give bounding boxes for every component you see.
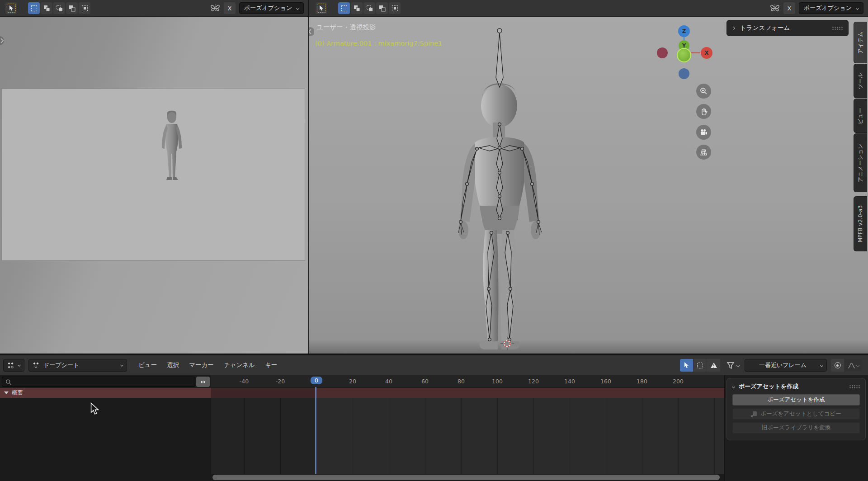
- editor-type-dropdown[interactable]: [3, 359, 24, 372]
- viewport-left-header: X ポーズオプション: [0, 0, 308, 17]
- transform-panel-header[interactable]: トランスフォーム: [726, 20, 849, 36]
- tab-mpfb[interactable]: MPFB v2.0-a3: [854, 196, 867, 251]
- show-hidden-toggle[interactable]: [693, 359, 707, 372]
- panel-drag-grip-icon[interactable]: [849, 385, 860, 389]
- select-subtract-icon: [366, 5, 373, 12]
- collapse-region-icon[interactable]: [0, 36, 5, 46]
- pose-asset-panel-header[interactable]: ポーズアセットを作成: [732, 382, 860, 391]
- panel-drag-grip-icon[interactable]: [832, 26, 843, 30]
- select-mode-intersect-button[interactable]: [389, 2, 401, 14]
- pose-options-label: ポーズオプション: [804, 4, 852, 12]
- select-mode-extend-button[interactable]: [41, 2, 52, 14]
- select-mode-subtract-button[interactable]: [53, 2, 65, 14]
- tab-animation[interactable]: アニメーション: [854, 133, 867, 192]
- menu-channel[interactable]: チャンネル: [219, 355, 260, 375]
- viewport-right-canvas[interactable]: ユーザー・透視投影 (0) Armature.001 : mixamorig7:…: [309, 17, 868, 354]
- mirror-x-toggle[interactable]: X: [783, 2, 795, 14]
- gizmo-axis-neg-x[interactable]: [657, 47, 668, 58]
- tab-view[interactable]: ビュー: [854, 99, 867, 133]
- ruler-tick: 180: [637, 378, 647, 385]
- only-selected-toggle[interactable]: [680, 359, 693, 372]
- collapse-region-icon[interactable]: [309, 27, 314, 37]
- pan-view-button[interactable]: [696, 104, 711, 119]
- menu-select[interactable]: 選択: [162, 355, 184, 375]
- proportional-editing-toggle[interactable]: [831, 359, 844, 372]
- tweak-tool-button[interactable]: [5, 2, 17, 14]
- summary-channel-label: 概要: [12, 389, 23, 397]
- gizmo-axis-y-front[interactable]: [677, 48, 691, 62]
- zoom-view-button[interactable]: [696, 84, 711, 99]
- menu-key[interactable]: キー: [260, 355, 282, 375]
- select-mode-group: [28, 2, 90, 14]
- ruler-tick: 200: [673, 378, 684, 385]
- select-mode-invert-button[interactable]: [376, 2, 388, 14]
- ruler-tick: 160: [600, 378, 611, 385]
- filter-funnel-icon[interactable]: [726, 362, 735, 369]
- chevron-down-icon: [18, 363, 21, 367]
- dashed-box-icon: [697, 363, 703, 368]
- navigation-gizmo[interactable]: Z X Y: [648, 17, 721, 89]
- pose-options-dropdown[interactable]: ポーズオプション: [799, 2, 863, 14]
- select-extend-icon: [43, 5, 50, 12]
- select-mode-new-button[interactable]: [338, 2, 350, 14]
- camera-icon: [700, 129, 708, 136]
- warning-icon: [710, 362, 717, 368]
- summary-channel-row[interactable]: 概要: [0, 388, 211, 398]
- tab-item[interactable]: アイテム: [854, 22, 867, 63]
- timeline-range-before[interactable]: [211, 388, 316, 474]
- filter-expand-button[interactable]: [196, 377, 210, 387]
- chevron-down-icon[interactable]: [736, 363, 740, 367]
- summary-row-keys-after[interactable]: [316, 388, 724, 398]
- dopesheet-editor-icon: [7, 362, 14, 369]
- gizmo-axis-x[interactable]: X: [701, 47, 712, 59]
- chevron-down-icon: [732, 385, 735, 388]
- chevron-down-icon: [856, 6, 859, 9]
- summary-row-keys-before[interactable]: [211, 388, 316, 398]
- snap-mode-label: 一番近いフレーム: [759, 361, 807, 369]
- falloff-dropdown[interactable]: [844, 359, 862, 372]
- dopesheet-mode-dropdown[interactable]: ドープシート: [28, 359, 127, 372]
- collapse-triangle-icon[interactable]: [4, 391, 9, 394]
- select-subtract-icon: [56, 5, 63, 12]
- ruler-tick: 80: [458, 378, 465, 385]
- mouse-cursor: [90, 402, 99, 415]
- select-mode-intersect-button[interactable]: [79, 2, 90, 14]
- horizontal-scrollbar[interactable]: [212, 475, 720, 480]
- current-frame-badge[interactable]: 0: [311, 377, 322, 384]
- pose-options-dropdown[interactable]: ポーズオプション: [239, 2, 304, 14]
- tweak-tool-button[interactable]: [316, 2, 327, 14]
- dopesheet-mode-icon: [33, 362, 40, 369]
- create-pose-asset-button[interactable]: ポーズアセットを作成: [732, 394, 860, 406]
- small-human-figure: [149, 108, 194, 185]
- select-mode-invert-button[interactable]: [66, 2, 78, 14]
- gizmo-axis-neg-z[interactable]: [679, 68, 689, 79]
- menu-view[interactable]: ビュー: [133, 355, 162, 375]
- show-errors-toggle[interactable]: [707, 359, 720, 372]
- search-input[interactable]: [14, 378, 192, 386]
- viewport-left-canvas[interactable]: [0, 17, 308, 354]
- ruler-tick: 40: [385, 378, 392, 385]
- gizmo-axis-z[interactable]: Z: [678, 25, 690, 37]
- grid-view-button[interactable]: [696, 145, 711, 160]
- transform-panel-label: トランスフォーム: [740, 24, 790, 32]
- channel-search: [2, 377, 195, 387]
- snap-mode-dropdown[interactable]: 一番近いフレーム: [745, 359, 827, 372]
- mirror-x-toggle[interactable]: X: [224, 2, 236, 14]
- dopesheet-header-right: 一番近いフレーム: [680, 359, 862, 372]
- select-intersect-icon: [81, 5, 88, 12]
- menu-marker[interactable]: マーカー: [184, 355, 219, 375]
- zoom-icon: [700, 87, 708, 95]
- tab-tool[interactable]: ツール: [854, 64, 867, 98]
- playhead[interactable]: [315, 387, 316, 474]
- select-mode-extend-button[interactable]: [351, 2, 363, 14]
- chevron-down-icon: [820, 363, 823, 367]
- camera-view-button[interactable]: [696, 125, 711, 140]
- select-mode-new-button[interactable]: [28, 2, 40, 14]
- ruler-tick: 120: [528, 378, 539, 385]
- select-mode-subtract-button[interactable]: [363, 2, 375, 14]
- mirror-x-butterfly-icon[interactable]: [770, 4, 780, 13]
- ruler-tick: -40: [240, 378, 249, 385]
- sidebar-tab-strip: アイテム ツール ビュー アニメーション MPFB v2.0-a3: [854, 22, 868, 252]
- mirror-x-butterfly-icon[interactable]: [210, 4, 220, 13]
- pose-options-label: ポーズオプション: [244, 4, 292, 12]
